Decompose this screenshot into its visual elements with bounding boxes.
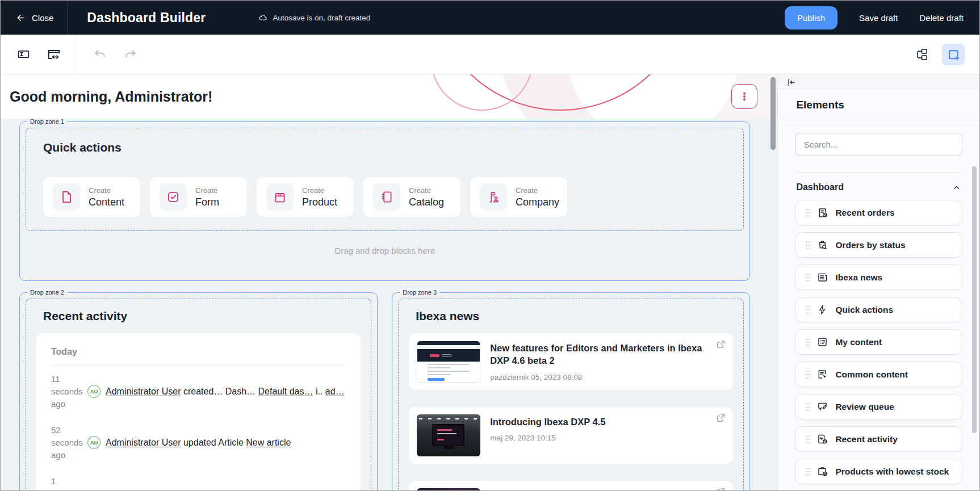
element-item-orders-by-status[interactable]: Orders by status — [795, 232, 962, 258]
element-label: Products with lowest stock — [835, 467, 949, 477]
element-label: Recent activity — [835, 434, 897, 444]
drag-handle-icon[interactable] — [805, 208, 811, 217]
drop-zone-2: Drop zone 2 Recent activity Today 11 sec… — [19, 292, 378, 490]
external-link-icon — [715, 486, 726, 490]
catalog-notebook-icon — [373, 183, 400, 211]
news-item[interactable]: New features for Editors and Marketers i… — [409, 333, 733, 390]
top-bar: Close Dashboard Builder Autosave is on, … — [1, 1, 979, 35]
search-input[interactable] — [795, 133, 962, 156]
drop-zone-row: Drop zone 2 Recent activity Today 11 sec… — [19, 292, 750, 490]
drop-zone-1-droppable[interactable]: Quick actions Create Content — [26, 128, 744, 231]
content-link[interactable]: ad… — [325, 387, 345, 396]
elements-panel: Elements Dashboard — [777, 74, 979, 490]
avatar: AU — [87, 385, 100, 398]
publish-button[interactable]: Publish — [785, 6, 837, 30]
drop-zone-3-droppable[interactable]: Ibexa news New features for Editors and — [398, 299, 744, 490]
user-link[interactable]: Administrator User — [106, 387, 181, 396]
section-width-tool-button[interactable] — [41, 42, 66, 67]
element-label: Orders by status — [835, 240, 905, 250]
orders-by-status-icon — [816, 239, 828, 251]
text-field-tool-button[interactable] — [11, 42, 36, 67]
news-title: Ibexa DXP 4.4: A New Dawn for B2B Ecomme… — [490, 489, 705, 490]
create-product-card[interactable]: Create Product — [257, 177, 354, 217]
drag-handle-icon[interactable] — [805, 402, 811, 412]
toolbar-left-group — [1, 35, 77, 74]
drop-zone-2-droppable[interactable]: Recent activity Today 11 seconds ago — [26, 299, 371, 490]
quick-actions-icon — [816, 304, 828, 316]
content-file-icon — [53, 183, 80, 211]
card-label: Form — [195, 196, 219, 208]
drop-zone-3: Drop zone 3 Ibexa news — [392, 292, 750, 490]
activity-timestamp: 11 seconds ago — [51, 373, 84, 410]
drop-zone-1-label: Drop zone 1 — [27, 119, 67, 126]
card-action-text: Create — [195, 186, 219, 195]
external-link-icon — [715, 413, 726, 423]
drag-handle-icon[interactable] — [805, 241, 811, 250]
panel-title: Elements — [778, 90, 979, 119]
panel-scrollbar[interactable] — [972, 166, 977, 433]
text-field-icon — [16, 47, 31, 61]
drag-handle-icon[interactable] — [805, 370, 811, 379]
content-link[interactable]: New article — [246, 438, 291, 447]
create-company-card[interactable]: Create Company — [470, 177, 567, 217]
main-scrollbar[interactable] — [770, 77, 776, 150]
delete-draft-button[interactable]: Delete draft — [919, 13, 964, 23]
toolbar-history-group — [77, 35, 153, 74]
autosave-text: Autosave is on, draft created — [273, 14, 371, 22]
drag-handle-icon[interactable] — [805, 435, 811, 444]
news-date: październik 05, 2023 08:08 — [490, 373, 706, 381]
collapse-panel-button[interactable] — [786, 77, 797, 87]
workspace: Good morning, Administrator! Drop zone 1… — [1, 74, 979, 490]
undo-button[interactable] — [87, 42, 112, 67]
news-thumbnail — [417, 341, 480, 383]
structure-view-button[interactable] — [909, 42, 934, 67]
news-item[interactable]: Introducing Ibexa DXP 4.5 maj 29, 2023 1… — [409, 407, 733, 464]
kebab-menu-icon — [738, 90, 751, 103]
element-item-products-lowest-stock[interactable]: Products with lowest stock — [795, 459, 962, 484]
arrow-left-icon — [15, 12, 26, 23]
create-catalog-card[interactable]: Create Catalog — [363, 177, 460, 217]
drag-handle-icon[interactable] — [805, 467, 811, 476]
create-form-card[interactable]: Create Form — [150, 177, 247, 217]
element-item-ibexa-news[interactable]: Ibexa news — [795, 265, 962, 290]
news-thumbnail — [417, 488, 480, 490]
close-button[interactable]: Close — [1, 1, 67, 35]
news-title: Introducing Ibexa DXP 4.5 — [490, 416, 605, 428]
drag-handle-icon[interactable] — [805, 338, 811, 347]
dashboard-options-button[interactable] — [731, 84, 757, 109]
element-label: Recent orders — [835, 208, 894, 218]
my-content-icon — [816, 336, 828, 348]
builder-toolbar — [1, 35, 979, 74]
element-item-quick-actions[interactable]: Quick actions — [795, 297, 962, 322]
undo-icon — [93, 48, 107, 61]
element-item-recent-activity[interactable]: Recent activity — [795, 426, 962, 452]
dashboard-group-header[interactable]: Dashboard — [795, 173, 962, 200]
activity-entry: 11 seconds ago AU Administrator User cre… — [51, 373, 346, 410]
create-content-card[interactable]: Create Content — [43, 177, 140, 217]
user-link[interactable]: Administrator User — [106, 438, 181, 447]
news-thumbnail — [417, 414, 480, 456]
open-external-button[interactable] — [715, 413, 726, 423]
window-width-icon — [47, 47, 61, 62]
add-element-button[interactable] — [942, 44, 965, 65]
element-item-recent-orders[interactable]: Recent orders — [795, 200, 962, 225]
content-link[interactable]: Default das… — [258, 387, 313, 396]
element-label: Ibexa news — [835, 272, 882, 283]
element-item-my-content[interactable]: My content — [795, 329, 962, 355]
element-item-common-content[interactable]: Common content — [795, 362, 962, 387]
element-label: Common content — [835, 370, 907, 380]
dashboard-header-band: Good morning, Administrator! — [1, 74, 777, 119]
card-label: Product — [302, 196, 337, 208]
open-external-button[interactable] — [715, 486, 726, 490]
card-action-text: Create — [89, 186, 124, 195]
save-draft-button[interactable]: Save draft — [859, 13, 898, 23]
activity-group-label: Today — [51, 343, 346, 366]
element-item-review-queue[interactable]: Review queue — [795, 394, 962, 419]
card-label: Company — [516, 196, 559, 208]
drag-handle-icon[interactable] — [805, 273, 811, 282]
redo-button[interactable] — [118, 42, 143, 67]
review-queue-icon — [816, 401, 828, 413]
open-external-button[interactable] — [715, 339, 726, 350]
news-item[interactable]: Ibexa DXP 4.4: A New Dawn for B2B Ecomme… — [409, 481, 733, 490]
drag-handle-icon[interactable] — [805, 305, 811, 314]
